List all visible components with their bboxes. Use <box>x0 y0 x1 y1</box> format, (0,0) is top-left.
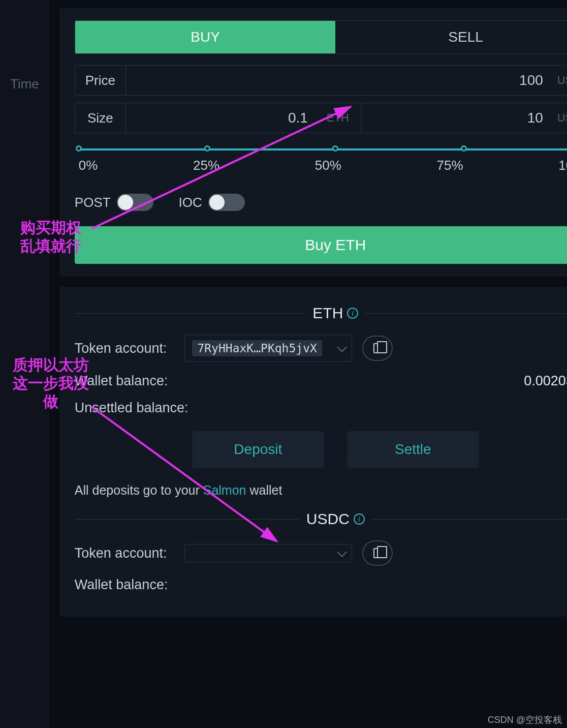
sell-tab[interactable]: SELL <box>335 21 567 53</box>
copy-button[interactable] <box>362 336 393 361</box>
slider-label: 75% <box>437 158 463 173</box>
balances-panel: ETH i Token account: 7RyHHaxK…PKqh5jvX W… <box>59 287 567 617</box>
price-label: Price <box>75 66 126 95</box>
size-base-input[interactable] <box>126 103 315 133</box>
post-toggle[interactable] <box>117 194 153 211</box>
eth-wallet-value: 0.00203928 <box>524 373 567 389</box>
ioc-label: IOC <box>179 195 202 210</box>
eth-unsettled-row: Unsettled balance: <box>75 400 567 416</box>
buy-sell-tabs: BUY SELL <box>75 20 567 54</box>
price-input[interactable] <box>126 66 550 95</box>
time-label: Time <box>10 76 39 92</box>
salmon-link[interactable]: Salmon <box>203 483 246 497</box>
size-row: Size ETH USDC <box>75 103 567 133</box>
order-options: POST IOC <box>75 194 567 211</box>
slider-label: 0% <box>79 158 98 173</box>
size-label: Size <box>75 103 126 133</box>
slider-tick <box>76 145 82 151</box>
slider-track <box>79 148 567 150</box>
eth-title: ETH <box>312 305 343 322</box>
trade-panel: BUY SELL Price USDC Size ETH USDC <box>59 8 567 277</box>
price-row: Price USDC <box>75 65 567 96</box>
size-base-unit: ETH <box>315 103 361 133</box>
unsettled-balance-label: Unsettled balance: <box>75 400 188 416</box>
slider-tick <box>204 145 210 151</box>
slider-tick <box>461 145 467 151</box>
wallet-balance-label: Wallet balance: <box>75 577 168 593</box>
eth-wallet-row: Wallet balance: 0.00203928 <box>75 373 567 389</box>
eth-actions: Deposit Settle <box>75 431 567 468</box>
price-unit: USDC <box>550 66 567 95</box>
deposit-button[interactable]: Deposit <box>192 431 324 468</box>
size-quote-input[interactable] <box>361 103 550 133</box>
slider-label: 50% <box>315 158 341 173</box>
slider-labels: 0% 25% 50% 75% 100% <box>79 158 567 173</box>
usdc-section-header: USDC i <box>75 510 567 528</box>
eth-token-account-select[interactable]: 7RyHHaxK…PKqh5jvX <box>184 335 352 362</box>
buy-tab[interactable]: BUY <box>75 21 336 53</box>
settle-button[interactable]: Settle <box>347 431 479 468</box>
sidebar: Time <box>0 0 50 728</box>
copy-button[interactable] <box>362 540 393 566</box>
token-account-label: Token account: <box>75 545 167 561</box>
wallet-balance-label: Wallet balance: <box>75 373 168 389</box>
buy-button[interactable]: Buy ETH <box>75 226 567 264</box>
chevron-down-icon <box>337 547 348 557</box>
size-slider[interactable]: 0% 25% 50% 75% 100% <box>79 148 567 173</box>
copy-icon <box>373 343 382 353</box>
main-panel-area: BUY SELL Price USDC Size ETH USDC <box>50 0 567 728</box>
chevron-down-icon <box>337 342 348 352</box>
deposit-note: All deposits go to your Salmon wallet <box>75 483 567 498</box>
post-label: POST <box>75 195 111 210</box>
token-account-label: Token account: <box>75 341 167 356</box>
usdc-title: USDC <box>306 510 350 528</box>
usdc-wallet-row: Wallet balance: <box>75 577 567 593</box>
copy-icon <box>373 548 382 558</box>
size-quote-unit: USDC <box>550 103 567 133</box>
eth-token-account-row: Token account: 7RyHHaxK…PKqh5jvX <box>75 335 567 362</box>
slider-label: 100% <box>558 158 567 173</box>
info-icon[interactable]: i <box>347 308 358 319</box>
ioc-toggle[interactable] <box>208 194 245 211</box>
usdc-token-account-select[interactable] <box>184 544 352 562</box>
slider-label: 25% <box>193 158 219 173</box>
eth-token-account: 7RyHHaxK…PKqh5jvX <box>192 340 322 356</box>
info-icon[interactable]: i <box>354 513 365 525</box>
slider-tick <box>332 145 338 151</box>
usdc-token-account-row: Token account: <box>75 540 567 566</box>
eth-section-header: ETH i <box>75 305 567 322</box>
